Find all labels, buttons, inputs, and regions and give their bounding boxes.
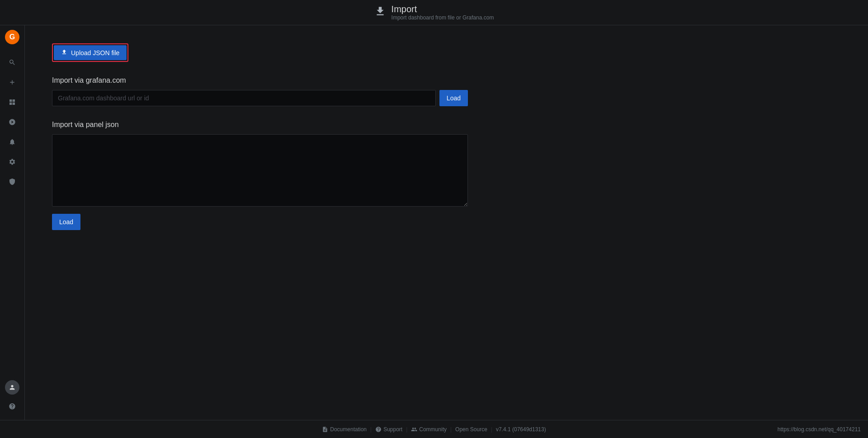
upload-json-button[interactable]: Upload JSON file [54, 45, 127, 60]
grafana-url-input[interactable] [52, 90, 436, 106]
footer: Documentation | Support | Community | Op… [0, 420, 868, 438]
footer-sep-3: | [450, 426, 452, 433]
grafana-load-button[interactable]: Load [439, 90, 468, 106]
sidebar-item-alerting[interactable] [3, 133, 21, 151]
footer-documentation-link[interactable]: Documentation [322, 426, 367, 433]
footer-sep-1: | [370, 426, 372, 433]
load-btn-bottom-label: Load [59, 218, 73, 226]
footer-support-link[interactable]: Support [375, 426, 402, 433]
footer-community-link[interactable]: Community [411, 426, 447, 433]
footer-links: Documentation | Support | Community | Op… [322, 426, 546, 433]
import-panel-label: Import via panel json [52, 121, 468, 129]
panel-json-load-button[interactable]: Load [52, 214, 80, 230]
sidebar-item-search[interactable] [3, 53, 21, 71]
footer-opensource-link[interactable]: Open Source [455, 426, 487, 433]
panel-json-textarea[interactable] [52, 134, 468, 207]
sidebar-item-configuration[interactable] [3, 153, 21, 171]
doc-icon [322, 426, 328, 433]
sidebar-item-help[interactable] [3, 397, 21, 415]
sidebar-item-add[interactable] [3, 73, 21, 91]
grafana-input-row: Load [52, 90, 468, 106]
sidebar-item-dashboards[interactable] [3, 93, 21, 111]
page-subtitle: Import dashboard from file or Grafana.co… [392, 14, 494, 21]
svg-text:G: G [9, 33, 15, 41]
community-icon [411, 426, 417, 433]
footer-url: https://blog.csdn.net/qq_40174211 [778, 426, 861, 433]
import-grafana-label: Import via grafana.com [52, 76, 468, 85]
footer-version: v7.4.1 (07649d1313) [496, 426, 546, 433]
main-content: Upload JSON file Import via grafana.com … [25, 25, 868, 420]
upload-json-wrapper: Upload JSON file [52, 43, 128, 62]
support-label: Support [383, 426, 402, 433]
user-avatar[interactable] [5, 380, 19, 395]
sidebar: G [0, 25, 25, 420]
upload-icon [61, 49, 67, 57]
documentation-label: Documentation [330, 426, 367, 433]
footer-sep-4: | [491, 426, 492, 433]
opensource-label: Open Source [455, 426, 487, 433]
sidebar-item-shield[interactable] [3, 173, 21, 191]
upload-btn-label: Upload JSON file [71, 49, 119, 57]
page-title: Import [392, 4, 494, 14]
footer-sep-2: | [406, 426, 407, 433]
top-header: Import Import dashboard from file or Gra… [0, 0, 868, 25]
import-icon [374, 5, 386, 20]
import-section: Upload JSON file Import via grafana.com … [52, 43, 468, 230]
grafana-logo[interactable]: G [4, 29, 20, 45]
load-btn-label: Load [447, 94, 461, 102]
sidebar-item-explore[interactable] [3, 113, 21, 131]
community-label: Community [419, 426, 447, 433]
support-icon [375, 426, 382, 433]
